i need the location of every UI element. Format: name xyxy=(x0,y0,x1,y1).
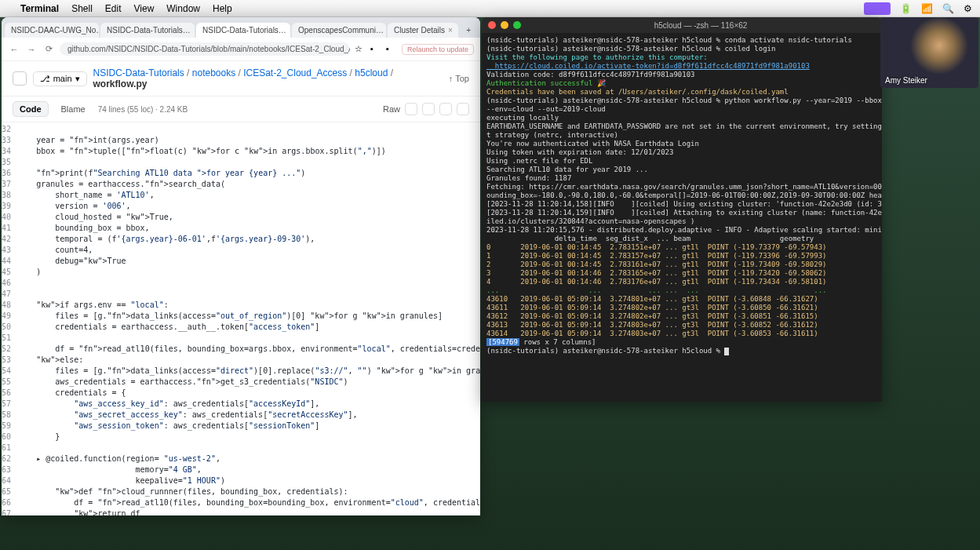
screen-share-indicator[interactable] xyxy=(864,2,891,15)
line-number[interactable]: 35 xyxy=(2,157,11,168)
code-line[interactable] xyxy=(17,333,480,344)
line-number[interactable]: 48 xyxy=(2,300,11,311)
code-line[interactable]: "kw">if args.env == "local": xyxy=(17,300,480,311)
line-number[interactable]: 49 xyxy=(2,311,11,322)
line-number[interactable]: 36 xyxy=(2,168,11,179)
line-number[interactable]: 32 xyxy=(2,124,11,135)
line-number[interactable]: 40 xyxy=(2,212,11,223)
minimize-traffic-light[interactable] xyxy=(501,21,508,29)
code-line[interactable]: files = [g."fn">data_links(access="out_o… xyxy=(17,311,480,322)
line-number[interactable]: 45 xyxy=(2,267,11,278)
raw-button[interactable]: Raw xyxy=(383,104,400,114)
code-line[interactable]: bbox = "fn">tuple(["fn">float(c) "kw">fo… xyxy=(17,146,480,157)
app-name[interactable]: Terminal xyxy=(20,3,59,14)
menu-window[interactable]: Window xyxy=(166,3,200,14)
code-tab[interactable]: Code xyxy=(13,101,49,117)
line-number[interactable]: 60 xyxy=(2,432,11,443)
code-line[interactable]: credentials = earthaccess.__auth__.token… xyxy=(17,322,480,333)
zoom-traffic-light[interactable] xyxy=(513,21,521,29)
code-line[interactable]: "aws_session_token": aws_credentials["se… xyxy=(17,421,480,432)
menu-edit[interactable]: Edit xyxy=(105,3,122,14)
more-icon[interactable] xyxy=(457,103,469,115)
sidebar-toggle-icon[interactable] xyxy=(13,71,27,86)
copy-icon[interactable] xyxy=(405,103,417,115)
code-line[interactable] xyxy=(17,289,480,300)
code-line[interactable]: "fn">print(f"Searching ATL10 data ">for … xyxy=(17,168,480,179)
code-line[interactable]: ) xyxy=(17,267,480,278)
close-icon[interactable]: × xyxy=(290,26,290,35)
back-button[interactable]: ← xyxy=(8,43,20,56)
star-icon[interactable]: ☆ xyxy=(355,44,366,55)
wifi-icon[interactable]: 📶 xyxy=(921,3,933,14)
code-line[interactable]: df = "fn">read_atl10(files, bounding_box… xyxy=(17,344,480,355)
close-icon[interactable]: × xyxy=(194,26,195,35)
code-line[interactable]: memory="4 GB", xyxy=(17,464,480,475)
browser-tab[interactable]: Cluster Details× xyxy=(388,23,458,38)
line-number[interactable]: 46 xyxy=(2,278,11,289)
terminal-output[interactable]: (nsidc-tutorials) asteiker@nsidc-578-ast… xyxy=(482,33,882,402)
code-line[interactable] xyxy=(17,443,480,453)
code-line[interactable] xyxy=(17,278,480,289)
line-number[interactable]: 44 xyxy=(2,256,11,267)
line-number[interactable]: 55 xyxy=(2,377,11,388)
control-center-icon[interactable]: ⚙ xyxy=(964,3,972,14)
menu-help[interactable]: Help xyxy=(213,3,232,14)
line-number[interactable]: 66 xyxy=(2,497,11,508)
edit-icon[interactable] xyxy=(439,103,452,115)
line-number[interactable]: 52 xyxy=(2,344,11,355)
code-line[interactable]: credentials = { xyxy=(17,388,480,399)
close-icon[interactable]: × xyxy=(448,26,453,35)
code-line[interactable]: } xyxy=(17,432,480,443)
line-number[interactable]: 47 xyxy=(2,289,11,300)
menu-view[interactable]: View xyxy=(134,3,155,14)
code-lines[interactable]: year = "fn">int(args.year) bbox = "fn">t… xyxy=(17,122,480,515)
line-number[interactable]: 62 xyxy=(2,453,11,464)
line-number[interactable]: 51 xyxy=(2,333,11,344)
line-number[interactable]: 56 xyxy=(2,388,11,399)
line-number[interactable]: 39 xyxy=(2,201,11,212)
line-number[interactable]: 37 xyxy=(2,179,11,190)
url-input[interactable]: github.com/NSIDC/NSIDC-Data-Tutorials/bl… xyxy=(60,42,350,56)
line-number[interactable]: 61 xyxy=(2,443,11,453)
webcam-thumbnail[interactable]: Amy Steiker xyxy=(880,17,978,88)
branch-selector[interactable]: ⎇ main ▾ xyxy=(33,71,87,86)
line-number[interactable]: 41 xyxy=(2,223,11,234)
top-link[interactable]: ↑ Top xyxy=(449,74,469,83)
download-icon[interactable] xyxy=(422,103,435,115)
relaunch-badge[interactable]: Relaunch to update xyxy=(402,44,474,55)
code-line[interactable]: short_name = 'ATL10', xyxy=(17,190,480,201)
code-line[interactable]: keepalive="1 HOUR") xyxy=(17,475,480,486)
battery-icon[interactable]: 🔋 xyxy=(900,3,912,14)
code-line[interactable]: df = "fn">read_atl10(files, bounding_box… xyxy=(17,497,480,508)
breadcrumb-repo[interactable]: NSIDC-Data-Tutorials xyxy=(93,67,184,78)
code-line[interactable]: "aws_access_key_id": aws_credentials["ac… xyxy=(17,399,480,410)
search-icon[interactable]: 🔍 xyxy=(942,3,954,14)
line-number[interactable]: 59 xyxy=(2,421,11,432)
extension-icon[interactable]: ▪ xyxy=(386,44,397,55)
breadcrumb-part[interactable]: h5cloud xyxy=(355,67,388,78)
blame-tab[interactable]: Blame xyxy=(56,102,90,116)
code-line[interactable]: version = '006', xyxy=(17,201,480,212)
browser-tab[interactable]: NSIDC-Data-Tutorials…× xyxy=(100,23,195,38)
code-line[interactable]: granules = earthaccess."fn">search_data( xyxy=(17,179,480,190)
code-line[interactable]: "aws_secret_access_key": aws_credentials… xyxy=(17,410,480,421)
line-number[interactable]: 42 xyxy=(2,234,11,245)
line-number[interactable]: 43 xyxy=(2,245,11,256)
line-number[interactable]: 53 xyxy=(2,355,11,366)
code-line[interactable]: ▸ @coiled.function(region= "us-west-2", xyxy=(17,453,480,464)
line-number[interactable]: 58 xyxy=(2,410,11,421)
terminal-prompt[interactable]: (nsidc-tutorials) asteiker@nsidc-578-ast… xyxy=(486,347,877,355)
line-number[interactable]: 57 xyxy=(2,399,11,410)
browser-tab[interactable]: NSIDC-DAAC-UWG_No…× xyxy=(5,23,99,38)
line-number[interactable]: 34 xyxy=(2,146,11,157)
code-line[interactable]: "kw">else: xyxy=(17,355,480,366)
code-line[interactable]: bounding_box = bbox, xyxy=(17,223,480,234)
browser-tab[interactable]: OpenscapesCommuni…× xyxy=(292,23,386,38)
code-line[interactable]: cloud_hosted = "kw">True, xyxy=(17,212,480,223)
line-number[interactable]: 50 xyxy=(2,322,11,333)
line-number[interactable]: 33 xyxy=(2,135,11,146)
reload-button[interactable]: ⟳ xyxy=(42,43,55,56)
code-line[interactable]: count=4, xyxy=(17,245,480,256)
code-line[interactable]: "kw">return df xyxy=(17,508,480,515)
code-line[interactable]: aws_credentials = earthaccess."fn">get_s… xyxy=(17,377,480,388)
